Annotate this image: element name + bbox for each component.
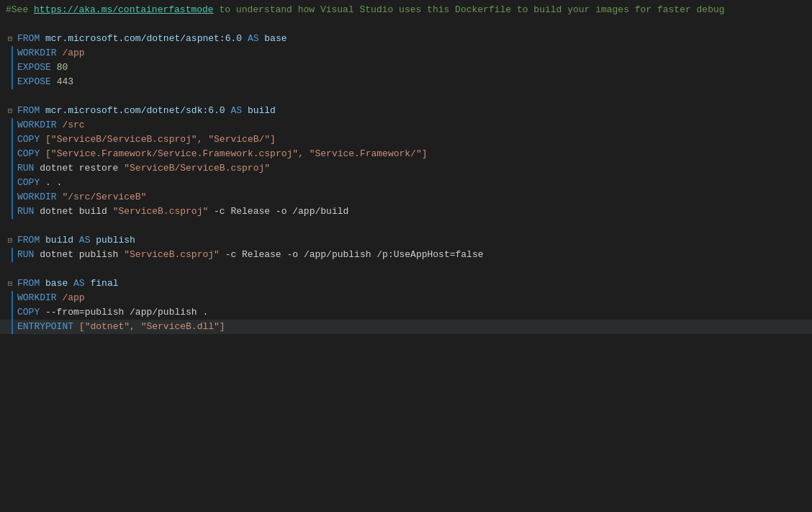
line-workdir-serviceb: WORKDIR "/src/ServiceB" [0, 190, 812, 205]
port-443: 443 [57, 76, 73, 87]
path-app-1: /app [62, 48, 84, 58]
line-workdir-src: WORKDIR /src [0, 118, 812, 133]
keyword-entrypoint: ENTRYPOINT [17, 321, 73, 332]
keyword-run-2: RUN [17, 206, 34, 217]
line-from-final: ⊟FROM base AS final [0, 277, 812, 291]
keyword-as-3: AS [79, 233, 91, 248]
line-expose-443: EXPOSE 443 [0, 75, 812, 89]
entrypoint-args: ["dotnet", "ServiceB.dll"] [79, 321, 225, 332]
stage-base: base [264, 32, 287, 46]
image-build: build [45, 233, 73, 248]
image-sdk: mcr.microsoft.com/dotnet/sdk:6.0 [45, 104, 225, 118]
keyword-as-1: AS [248, 32, 259, 46]
line-1: #See https://aka.ms/containerfastmode to… [0, 3, 812, 17]
blank-line-3 [0, 219, 812, 233]
keyword-workdir-4: WORKDIR [17, 292, 57, 303]
line-run-restore: RUN dotnet restore "ServiceB/ServiceB.cs… [0, 161, 812, 176]
line-copy-from-publish: COPY --from=publish /app/publish . [0, 305, 812, 320]
fold-indicator-2[interactable]: ⊟ [6, 105, 14, 117]
keyword-expose-2: EXPOSE [17, 76, 51, 87]
keyword-from-4: FROM [17, 277, 40, 291]
copy-args-2: ["Service.Framework/Service.Framework.cs… [45, 148, 428, 159]
fold-indicator-1[interactable]: ⊟ [6, 33, 14, 45]
line-run-publish: RUN dotnet publish "ServiceB.csproj" -c … [0, 248, 812, 262]
keyword-as-2: AS [230, 104, 242, 118]
code-editor: #See https://aka.ms/containerfastmode to… [0, 0, 812, 512]
line-run-build: RUN dotnet build "ServiceB.csproj" -c Re… [0, 205, 812, 219]
container-fastmode-link[interactable]: https://aka.ms/containerfastmode [34, 4, 214, 15]
line-entrypoint: ENTRYPOINT ["dotnet", "ServiceB.dll"] [0, 320, 812, 334]
copy-args-1: ["ServiceB/ServiceB.csproj", "ServiceB/"… [45, 134, 276, 145]
path-serviceb: "/src/ServiceB" [62, 192, 146, 202]
run-restore-arg: "ServiceB/ServiceB.csproj" [124, 163, 270, 174]
line-copy-framework-csproj: COPY ["Service.Framework/Service.Framewo… [0, 147, 812, 161]
keyword-copy-1: COPY [17, 134, 40, 145]
run-publish-csproj: "ServiceB.csproj" [124, 249, 220, 260]
keyword-copy-2: COPY [17, 148, 40, 159]
run-build-csproj: "ServiceB.csproj" [113, 206, 209, 217]
line-copy-dots: COPY . . [0, 176, 812, 190]
keyword-copy-3: COPY [17, 177, 40, 188]
keyword-from-2: FROM [17, 104, 40, 118]
image-base-final: base [45, 277, 68, 291]
keyword-workdir-1: WORKDIR [17, 48, 57, 58]
keyword-expose-1: EXPOSE [17, 62, 51, 73]
blank-line-2 [0, 89, 812, 104]
line-from-publish: ⊟FROM build AS publish [0, 233, 812, 248]
keyword-from-3: FROM [17, 233, 40, 248]
keyword-as-4: AS [73, 277, 85, 291]
path-app-2: /app [62, 292, 84, 303]
stage-publish: publish [96, 233, 135, 248]
line-workdir-app-1: WORKDIR /app [0, 46, 812, 60]
keyword-copy-4: COPY [17, 307, 40, 318]
fold-indicator-3[interactable]: ⊟ [6, 235, 14, 247]
stage-final: final [90, 277, 118, 291]
keyword-workdir-2: WORKDIR [17, 120, 57, 130]
line-expose-80: EXPOSE 80 [0, 60, 812, 75]
keyword-run-1: RUN [17, 163, 34, 174]
line-copy-serviceb-csproj: COPY ["ServiceB/ServiceB.csproj", "Servi… [0, 133, 812, 147]
blank-line-1 [0, 17, 812, 32]
line-from-base: ⊟FROM mcr.microsoft.com/dotnet/aspnet:6.… [0, 32, 812, 46]
path-src: /src [62, 120, 84, 130]
line-from-build: ⊟FROM mcr.microsoft.com/dotnet/sdk:6.0 A… [0, 104, 812, 118]
blank-line-4 [0, 262, 812, 277]
comment-line: #See https://aka.ms/containerfastmode to… [6, 3, 725, 17]
port-80: 80 [57, 62, 68, 73]
keyword-run-3: RUN [17, 249, 34, 260]
line-workdir-app-2: WORKDIR /app [0, 291, 812, 305]
keyword-workdir-3: WORKDIR [17, 192, 57, 202]
keyword-from-1: FROM [17, 32, 40, 46]
fold-indicator-4[interactable]: ⊟ [6, 278, 14, 290]
stage-build: build [248, 104, 276, 118]
image-aspnet: mcr.microsoft.com/dotnet/aspnet:6.0 [45, 32, 242, 46]
